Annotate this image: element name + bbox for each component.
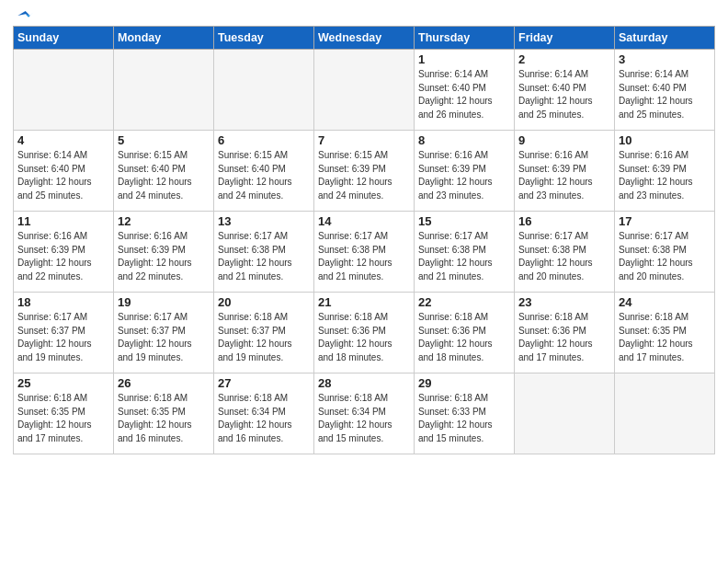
day-number: 5 [118, 133, 210, 147]
day-info: Sunrise: 6:18 AM Sunset: 6:36 PM Dayligh… [518, 311, 610, 364]
day-info: Sunrise: 6:17 AM Sunset: 6:38 PM Dayligh… [518, 230, 610, 283]
day-number: 10 [619, 133, 711, 147]
day-cell: 24Sunrise: 6:18 AM Sunset: 6:35 PM Dayli… [615, 293, 715, 373]
day-number: 26 [118, 376, 210, 390]
day-info: Sunrise: 6:16 AM Sunset: 6:39 PM Dayligh… [619, 149, 711, 202]
col-header-tuesday: Tuesday [214, 27, 314, 50]
day-cell: 16Sunrise: 6:17 AM Sunset: 6:38 PM Dayli… [515, 212, 615, 293]
day-info: Sunrise: 6:18 AM Sunset: 6:36 PM Dayligh… [418, 311, 510, 364]
col-header-wednesday: Wednesday [314, 27, 415, 50]
day-info: Sunrise: 6:18 AM Sunset: 6:36 PM Dayligh… [318, 311, 410, 364]
day-number: 17 [619, 214, 711, 228]
day-cell: 4Sunrise: 6:14 AM Sunset: 6:40 PM Daylig… [14, 131, 114, 212]
day-cell: 21Sunrise: 6:18 AM Sunset: 6:36 PM Dayli… [314, 293, 415, 373]
col-header-thursday: Thursday [415, 27, 515, 50]
logo [13, 9, 33, 18]
calendar-body: 1Sunrise: 6:14 AM Sunset: 6:40 PM Daylig… [14, 50, 715, 454]
day-info: Sunrise: 6:18 AM Sunset: 6:35 PM Dayligh… [619, 311, 711, 364]
day-cell: 3Sunrise: 6:14 AM Sunset: 6:40 PM Daylig… [615, 50, 715, 131]
day-info: Sunrise: 6:16 AM Sunset: 6:39 PM Dayligh… [17, 230, 109, 283]
day-number: 29 [418, 376, 510, 390]
day-number: 9 [518, 133, 610, 147]
day-number: 1 [418, 52, 510, 66]
col-header-sunday: Sunday [14, 27, 114, 50]
day-number: 14 [318, 214, 410, 228]
day-info: Sunrise: 6:18 AM Sunset: 6:34 PM Dayligh… [218, 392, 310, 445]
week-row-0: 1Sunrise: 6:14 AM Sunset: 6:40 PM Daylig… [14, 50, 715, 131]
day-number: 27 [218, 376, 310, 390]
day-cell: 27Sunrise: 6:18 AM Sunset: 6:34 PM Dayli… [214, 373, 314, 454]
day-cell: 25Sunrise: 6:18 AM Sunset: 6:35 PM Dayli… [14, 373, 114, 454]
col-header-saturday: Saturday [615, 27, 715, 50]
day-info: Sunrise: 6:15 AM Sunset: 6:40 PM Dayligh… [118, 149, 210, 202]
day-info: Sunrise: 6:17 AM Sunset: 6:37 PM Dayligh… [118, 311, 210, 364]
day-info: Sunrise: 6:16 AM Sunset: 6:39 PM Dayligh… [418, 149, 510, 202]
day-info: Sunrise: 6:17 AM Sunset: 6:37 PM Dayligh… [17, 311, 109, 364]
day-number: 16 [518, 214, 610, 228]
day-cell: 22Sunrise: 6:18 AM Sunset: 6:36 PM Dayli… [415, 293, 515, 373]
day-info: Sunrise: 6:14 AM Sunset: 6:40 PM Dayligh… [518, 68, 610, 121]
day-number: 21 [318, 295, 410, 309]
day-cell: 29Sunrise: 6:18 AM Sunset: 6:33 PM Dayli… [415, 373, 515, 454]
day-cell: 9Sunrise: 6:16 AM Sunset: 6:39 PM Daylig… [515, 131, 615, 212]
day-number: 7 [318, 133, 410, 147]
day-cell: 11Sunrise: 6:16 AM Sunset: 6:39 PM Dayli… [14, 212, 114, 293]
day-cell: 20Sunrise: 6:18 AM Sunset: 6:37 PM Dayli… [214, 293, 314, 373]
day-cell: 7Sunrise: 6:15 AM Sunset: 6:39 PM Daylig… [314, 131, 415, 212]
day-cell [314, 50, 415, 131]
col-header-monday: Monday [114, 27, 214, 50]
day-number: 23 [518, 295, 610, 309]
day-cell: 1Sunrise: 6:14 AM Sunset: 6:40 PM Daylig… [415, 50, 515, 131]
day-number: 4 [17, 133, 109, 147]
day-number: 6 [218, 133, 310, 147]
day-cell: 23Sunrise: 6:18 AM Sunset: 6:36 PM Dayli… [515, 293, 615, 373]
day-number: 3 [619, 52, 711, 66]
day-cell: 17Sunrise: 6:17 AM Sunset: 6:38 PM Dayli… [615, 212, 715, 293]
day-info: Sunrise: 6:18 AM Sunset: 6:34 PM Dayligh… [318, 392, 410, 445]
day-number: 18 [17, 295, 109, 309]
day-info: Sunrise: 6:14 AM Sunset: 6:40 PM Dayligh… [418, 68, 510, 121]
day-info: Sunrise: 6:17 AM Sunset: 6:38 PM Dayligh… [318, 230, 410, 283]
week-row-2: 11Sunrise: 6:16 AM Sunset: 6:39 PM Dayli… [14, 212, 715, 293]
day-number: 19 [118, 295, 210, 309]
day-cell: 26Sunrise: 6:18 AM Sunset: 6:35 PM Dayli… [114, 373, 214, 454]
day-info: Sunrise: 6:15 AM Sunset: 6:40 PM Dayligh… [218, 149, 310, 202]
day-number: 28 [318, 376, 410, 390]
day-cell: 8Sunrise: 6:16 AM Sunset: 6:39 PM Daylig… [415, 131, 515, 212]
day-number: 12 [118, 214, 210, 228]
day-number: 25 [17, 376, 109, 390]
day-cell: 12Sunrise: 6:16 AM Sunset: 6:39 PM Dayli… [114, 212, 214, 293]
day-number: 15 [418, 214, 510, 228]
day-info: Sunrise: 6:16 AM Sunset: 6:39 PM Dayligh… [118, 230, 210, 283]
day-cell [515, 373, 615, 454]
day-cell: 6Sunrise: 6:15 AM Sunset: 6:40 PM Daylig… [214, 131, 314, 212]
day-info: Sunrise: 6:18 AM Sunset: 6:33 PM Dayligh… [418, 392, 510, 445]
day-cell: 15Sunrise: 6:17 AM Sunset: 6:38 PM Dayli… [415, 212, 515, 293]
day-info: Sunrise: 6:17 AM Sunset: 6:38 PM Dayligh… [619, 230, 711, 283]
day-info: Sunrise: 6:14 AM Sunset: 6:40 PM Dayligh… [17, 149, 109, 202]
day-cell: 5Sunrise: 6:15 AM Sunset: 6:40 PM Daylig… [114, 131, 214, 212]
day-number: 8 [418, 133, 510, 147]
day-info: Sunrise: 6:18 AM Sunset: 6:35 PM Dayligh… [118, 392, 210, 445]
header [13, 9, 715, 18]
day-cell: 18Sunrise: 6:17 AM Sunset: 6:37 PM Dayli… [14, 293, 114, 373]
col-header-friday: Friday [515, 27, 615, 50]
logo-bird-icon [15, 9, 33, 22]
day-info: Sunrise: 6:17 AM Sunset: 6:38 PM Dayligh… [218, 230, 310, 283]
day-cell [615, 373, 715, 454]
day-cell: 19Sunrise: 6:17 AM Sunset: 6:37 PM Dayli… [114, 293, 214, 373]
day-info: Sunrise: 6:16 AM Sunset: 6:39 PM Dayligh… [518, 149, 610, 202]
week-row-3: 18Sunrise: 6:17 AM Sunset: 6:37 PM Dayli… [14, 293, 715, 373]
day-cell: 10Sunrise: 6:16 AM Sunset: 6:39 PM Dayli… [615, 131, 715, 212]
day-number: 13 [218, 214, 310, 228]
day-cell [14, 50, 114, 131]
day-info: Sunrise: 6:14 AM Sunset: 6:40 PM Dayligh… [619, 68, 711, 121]
day-number: 20 [218, 295, 310, 309]
week-row-1: 4Sunrise: 6:14 AM Sunset: 6:40 PM Daylig… [14, 131, 715, 212]
day-number: 22 [418, 295, 510, 309]
svg-marker-0 [17, 11, 29, 16]
day-info: Sunrise: 6:17 AM Sunset: 6:38 PM Dayligh… [418, 230, 510, 283]
day-cell: 28Sunrise: 6:18 AM Sunset: 6:34 PM Dayli… [314, 373, 415, 454]
page: SundayMondayTuesdayWednesdayThursdayFrid… [0, 0, 728, 464]
day-cell: 13Sunrise: 6:17 AM Sunset: 6:38 PM Dayli… [214, 212, 314, 293]
